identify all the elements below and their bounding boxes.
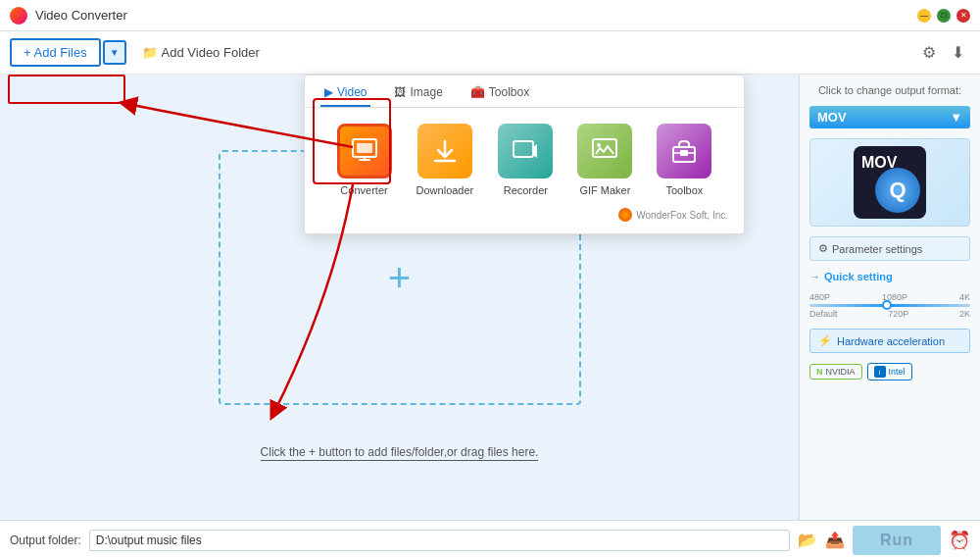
browse-folder-button[interactable]: 📂 bbox=[798, 531, 817, 549]
add-files-dropdown[interactable]: ▼ bbox=[103, 40, 126, 65]
quick-setting-label: → Quick setting bbox=[809, 271, 970, 282]
plus-icon: + bbox=[388, 256, 411, 300]
quicktime-icon: Q bbox=[875, 168, 920, 213]
right-panel: Click to change output format: MOV ▼ MOV… bbox=[799, 75, 980, 520]
image-tab-label: Image bbox=[410, 85, 442, 99]
toolbox-tab-icon: 🧰 bbox=[470, 85, 485, 99]
svg-rect-1 bbox=[357, 143, 372, 153]
menu-items-grid: Converter Downloader Recorder bbox=[305, 108, 744, 204]
svg-point-4 bbox=[597, 143, 601, 147]
quick-setting-arrow: → bbox=[809, 271, 820, 282]
format-selector[interactable]: MOV ▼ bbox=[809, 106, 970, 128]
intel-logo-icon: i bbox=[874, 366, 886, 378]
quality-slider[interactable]: 480P 1080P 4K Default 720P 2K bbox=[809, 292, 970, 319]
slider-label-2k: 2K bbox=[959, 309, 970, 319]
menu-item-converter[interactable]: Converter bbox=[337, 124, 392, 196]
format-dropdown-arrow: ▼ bbox=[950, 110, 962, 125]
format-value: MOV bbox=[817, 110, 847, 125]
image-tab-icon: 🖼 bbox=[394, 85, 406, 99]
slider-thumb bbox=[882, 300, 892, 310]
slider-label-default: Default bbox=[809, 309, 838, 319]
title-bar: Video Converter — □ ✕ bbox=[0, 0, 980, 31]
output-path-input[interactable] bbox=[89, 530, 790, 551]
window-title: Video Converter bbox=[35, 8, 917, 23]
add-files-label: + Add Files bbox=[24, 45, 87, 60]
run-button[interactable]: Run bbox=[853, 526, 941, 555]
toolbar: + Add Files ▼ 📁 Add Video Folder ⚙ ⬇ bbox=[0, 31, 980, 75]
open-output-button[interactable]: 📤 bbox=[825, 531, 845, 549]
add-folder-button[interactable]: 📁 Add Video Folder bbox=[130, 40, 271, 65]
toolbox-icon bbox=[657, 124, 711, 178]
wonderfox-logo bbox=[618, 208, 632, 222]
gifmaker-label: GIF Maker bbox=[579, 184, 630, 196]
param-settings-label: Parameter settings bbox=[832, 243, 922, 255]
recorder-icon bbox=[498, 124, 553, 178]
downloader-label: Downloader bbox=[416, 184, 474, 196]
footer: Output folder: 📂 📤 Run ⏰ bbox=[0, 520, 980, 559]
menu-tab-toolbox[interactable]: 🧰 Toolbox bbox=[466, 81, 533, 107]
output-folder-label: Output folder: bbox=[10, 534, 81, 547]
toolbar-download-button[interactable]: ⬇ bbox=[946, 39, 970, 66]
param-icon: ⚙ bbox=[818, 242, 828, 255]
intel-label: Intel bbox=[889, 367, 906, 377]
folder-icon: 📁 bbox=[142, 45, 158, 60]
add-files-button[interactable]: + Add Files bbox=[10, 38, 101, 67]
hardware-acceleration-button[interactable]: ⚡ Hardware acceleration bbox=[809, 329, 970, 353]
slider-label-720p: 720P bbox=[888, 309, 908, 319]
toolbox-label: Toolbox bbox=[665, 184, 703, 196]
toolbar-settings-button[interactable]: ⚙ bbox=[916, 39, 942, 66]
menu-item-gifmaker[interactable]: GIF Maker bbox=[577, 124, 632, 196]
minimize-button[interactable]: — bbox=[917, 9, 931, 23]
slider-labels-bottom: Default 720P 2K bbox=[809, 309, 970, 319]
app-icon bbox=[10, 7, 27, 25]
menu-footer: WonderFox Soft, Inc. bbox=[305, 204, 744, 222]
parameter-settings-button[interactable]: ⚙ Parameter settings bbox=[809, 236, 970, 261]
menu-tab-image[interactable]: 🖼 Image bbox=[390, 81, 446, 107]
close-button[interactable]: ✕ bbox=[956, 9, 970, 23]
drop-hint: Click the + button to add files/folder,o… bbox=[261, 445, 539, 461]
video-tab-icon: ▶ bbox=[324, 85, 333, 99]
hw-accel-label: Hardware acceleration bbox=[837, 335, 945, 347]
format-preview: MOV Q bbox=[809, 138, 970, 227]
recorder-label: Recorder bbox=[504, 184, 548, 196]
chip-row: N NVIDIA i Intel bbox=[809, 363, 970, 381]
slider-label-4k: 4K bbox=[959, 292, 970, 302]
menu-footer-text: WonderFox Soft, Inc. bbox=[636, 210, 728, 221]
quick-setting-text: Quick setting bbox=[824, 271, 893, 282]
hw-accel-icon: ⚡ bbox=[818, 334, 832, 347]
nvidia-chip: N NVIDIA bbox=[809, 364, 862, 380]
slider-label-480p: 480P bbox=[809, 292, 830, 302]
svg-rect-6 bbox=[680, 150, 688, 156]
mov-icon: MOV Q bbox=[854, 146, 926, 219]
slider-track bbox=[809, 304, 970, 307]
alarm-button[interactable]: ⏰ bbox=[949, 530, 970, 551]
window-controls: — □ ✕ bbox=[917, 9, 970, 23]
video-tab-label: Video bbox=[337, 85, 367, 99]
toolbox-tab-label: Toolbox bbox=[489, 85, 529, 99]
converter-label: Converter bbox=[340, 184, 387, 196]
maximize-button[interactable]: □ bbox=[937, 9, 951, 23]
downloader-icon bbox=[417, 124, 472, 178]
menu-tabs: ▶ Video 🖼 Image 🧰 Toolbox bbox=[305, 76, 744, 108]
nvidia-label: NVIDIA bbox=[826, 367, 856, 377]
add-folder-label: Add Video Folder bbox=[162, 45, 260, 60]
menu-item-downloader[interactable]: Downloader bbox=[416, 124, 474, 196]
intel-chip: i Intel bbox=[867, 363, 912, 381]
nvidia-icon: N bbox=[816, 367, 823, 377]
output-format-label: Click to change output format: bbox=[809, 84, 970, 96]
menu-item-recorder[interactable]: Recorder bbox=[498, 124, 553, 196]
dropdown-menu: ▶ Video 🖼 Image 🧰 Toolbox Converter bbox=[304, 75, 745, 234]
menu-tab-video[interactable]: ▶ Video bbox=[320, 81, 370, 107]
menu-item-toolbox[interactable]: Toolbox bbox=[657, 124, 711, 196]
converter-icon bbox=[337, 124, 392, 178]
gifmaker-icon bbox=[577, 124, 632, 178]
svg-rect-2 bbox=[514, 141, 533, 157]
